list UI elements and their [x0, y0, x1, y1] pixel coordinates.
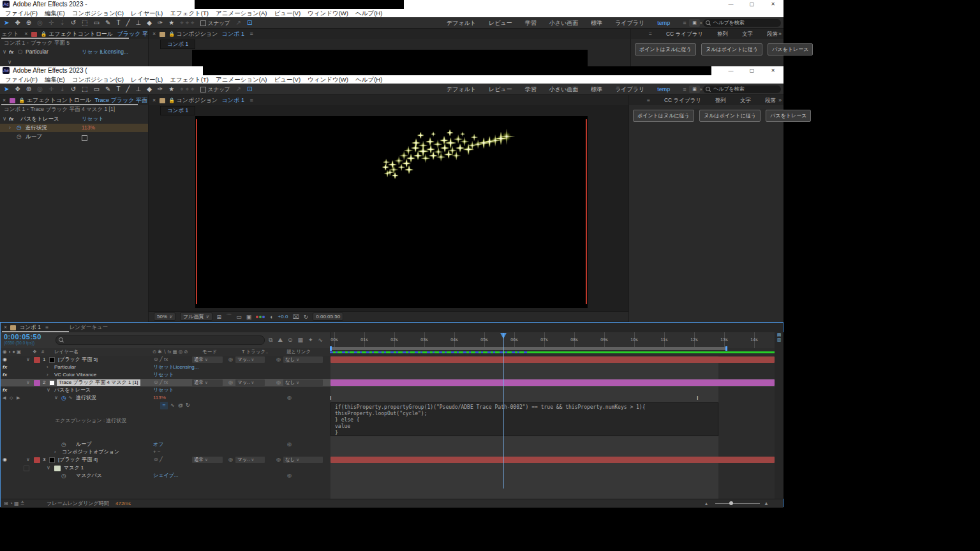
rotobrush-tool-icon[interactable]: ✑	[158, 84, 163, 95]
layer-label-chip[interactable]	[34, 457, 40, 463]
loop-checkbox[interactable]	[82, 135, 87, 141]
nulls-follow-points-button[interactable]: ヌルはポイントに従う	[701, 43, 762, 55]
row-mask-group[interactable]: ∨ マスク 1	[1, 464, 775, 472]
blend-mode-dropdown[interactable]: 通常∨	[192, 356, 223, 363]
licensing-link[interactable]: Licensing...	[101, 48, 128, 56]
menu-edit[interactable]: 編集(E)	[45, 75, 65, 84]
workspace-menu-icon[interactable]: ≡	[683, 17, 686, 29]
eraser-tool-icon[interactable]: ◆	[147, 17, 152, 29]
effect-controls-tab-target[interactable]: Trace ブラック 平面 4 マスク 1 [1]	[94, 97, 148, 103]
property-pickwhip-icon[interactable]: ◎	[287, 394, 292, 402]
workspace-small-screen[interactable]: 小さい画面	[549, 84, 578, 95]
stopwatch-icon[interactable]: ◷	[61, 472, 66, 480]
workspace-standard[interactable]: 標準	[591, 84, 602, 95]
composition-tab-label[interactable]: コンポジション	[177, 97, 218, 103]
workspace-review[interactable]: レビュー	[489, 84, 512, 95]
expand-caret[interactable]: ›	[47, 371, 48, 379]
parent-pickwhip-icon[interactable]: ◎	[276, 379, 281, 386]
time-ruler[interactable]: 00s01s02s03s04s05s06s07s08s09s10s11s12s1…	[330, 332, 775, 348]
effect-controls-tab-label[interactable]: エフェクトコントロール	[48, 31, 113, 37]
workspace-default[interactable]: デフォルト	[447, 17, 476, 29]
property-value[interactable]: オフ	[153, 441, 163, 448]
expression-enable-icon[interactable]: ＝	[160, 402, 168, 409]
dolly-camera-tool-icon[interactable]: ⇣	[59, 17, 64, 29]
panel-overflow-icon[interactable]: »	[778, 29, 782, 39]
viewer-timecode[interactable]: 0:00:05:50	[313, 312, 343, 321]
track-matte-dropdown[interactable]: マッ..∨	[235, 356, 265, 363]
workspace-default[interactable]: デフォルト	[447, 84, 476, 95]
menu-edit[interactable]: 編集(E)	[45, 9, 65, 17]
panel-overflow-icon[interactable]: »	[143, 29, 146, 39]
property-pickwhip-icon[interactable]: ◎	[287, 441, 292, 448]
shape-tool-icon[interactable]: ▭	[94, 84, 100, 95]
expression-editor[interactable]: if(thisProperty.propertyGroup(1)("Pseudo…	[330, 402, 718, 436]
tab-paragraph[interactable]: 段落	[767, 29, 778, 39]
reset-link[interactable]: リセット	[153, 371, 174, 379]
effect-row-trace-path[interactable]: fx ∨ パスをトレース リセット	[1, 386, 775, 394]
progress-value[interactable]: 113%	[82, 124, 95, 132]
workspace-temp[interactable]: temp	[657, 84, 670, 95]
panel-close-icon[interactable]: ×	[3, 97, 6, 103]
panel-menu-icon[interactable]: ≡	[249, 97, 253, 103]
layer-duration-bar[interactable]	[330, 379, 775, 386]
track-matte-dropdown[interactable]: マッ..∨	[235, 379, 265, 386]
property-value[interactable]: 113%	[153, 394, 166, 402]
grid-guides-icon[interactable]: ⊞	[217, 314, 222, 320]
expand-caret[interactable]: ›	[54, 448, 56, 456]
expression-pickwhip-icon[interactable]: @	[178, 402, 183, 409]
effect-controls-tab-label[interactable]: エフェクトコントロール	[27, 97, 91, 103]
effect-name[interactable]: パスをトレース	[20, 115, 59, 123]
layer-label-chip[interactable]	[34, 357, 40, 363]
magnification-dropdown[interactable]: 50% ∨	[154, 312, 175, 321]
frame-blending-icon[interactable]: ▦	[298, 332, 304, 348]
track-matte-dropdown[interactable]: マッ..∨	[235, 457, 265, 463]
tab-align[interactable]: 整列	[717, 29, 728, 39]
expression-graph-icon[interactable]: ∿	[170, 402, 175, 409]
keyframe-nav-next-icon[interactable]: ▶	[17, 394, 20, 402]
comp-viewer-tab[interactable]: コンポ 1	[160, 40, 195, 49]
brush-tool-icon[interactable]: ╱	[126, 17, 130, 29]
region-of-interest-icon[interactable]: ▭	[236, 314, 242, 320]
tab-character[interactable]: 文字	[742, 29, 753, 39]
keyframe-marker[interactable]: I	[330, 394, 332, 402]
comp-viewport[interactable]	[192, 50, 588, 66]
parent-pickwhip-icon[interactable]: ◎	[276, 456, 281, 464]
zoom-tool-icon[interactable]: ⊕	[26, 84, 31, 95]
layer-switches[interactable]: ⊙ ╱ fx	[154, 356, 168, 364]
project-tab-partial[interactable]: ェクト	[1, 31, 19, 37]
keyframe-add-icon[interactable]: ◇	[10, 394, 13, 402]
layer-name[interactable]: [ブラック 平面 4]	[58, 456, 98, 464]
blend-mode-dropdown[interactable]: 通常∨	[192, 457, 223, 463]
snapshot-camera-icon[interactable]: ⌧	[292, 314, 299, 320]
trace-path-button[interactable]: パスをトレース	[768, 43, 813, 55]
align-panel-icon[interactable]: ⊡	[247, 84, 252, 95]
maximize-button[interactable]: ▢	[741, 66, 762, 75]
layer-name-column[interactable]: レイヤー名	[54, 348, 78, 356]
collapse-caret[interactable]: ∨	[3, 115, 6, 123]
minimize-button[interactable]: —	[720, 66, 741, 75]
menu-help[interactable]: ヘルプ(H)	[355, 9, 382, 17]
row-compositing-options[interactable]: › コンポジットオプション + −	[1, 448, 775, 456]
mask-group-label[interactable]: マスク 1	[64, 464, 84, 472]
graph-toggle-icon[interactable]: ∿	[68, 394, 73, 402]
composition-tab-compname[interactable]: コンポ 1	[222, 97, 244, 103]
window1-comp-tabbar[interactable]: × 🔒 コンポジション コンポ 1 ≡	[149, 29, 630, 39]
channel-icon[interactable]	[256, 314, 265, 320]
trace-path-button[interactable]: パスをトレース	[766, 110, 811, 122]
puppet-pin-tool-icon[interactable]: ★	[168, 17, 174, 29]
window1-right-tabbar[interactable]: ≡ CC ライブラリ 整列 文字 段落 »	[631, 29, 783, 39]
menu-view[interactable]: ビュー(V)	[274, 9, 301, 17]
effect-row-particular[interactable]: fx › Particular リセット Licensing...	[1, 364, 775, 371]
parent-dropdown[interactable]: なし∨	[283, 356, 323, 363]
layer-switches[interactable]: ⊙ ╱ fx	[154, 379, 168, 386]
effect-row-vibrance[interactable]: fx › VC Color Vibrance リセット	[1, 371, 775, 379]
clone-stamp-tool-icon[interactable]: ⊥	[136, 17, 142, 29]
collapse-caret[interactable]: ∨	[8, 58, 11, 66]
property-row-mask-path[interactable]: ◷ マスクパス シェイプ... ◎	[1, 472, 775, 480]
composition-mini-flowchart-icon[interactable]: ⧉	[269, 332, 272, 348]
property-value[interactable]: シェイプ...	[153, 472, 178, 480]
stopwatch-icon[interactable]: ◷	[17, 124, 22, 132]
panel-close-icon[interactable]: ×	[152, 31, 156, 37]
draft3d-icon[interactable]: ⛰	[278, 332, 283, 348]
window2-titlebar[interactable]: Ae Adobe After Effects 2023 ( — ▢ ✕	[0, 66, 783, 75]
